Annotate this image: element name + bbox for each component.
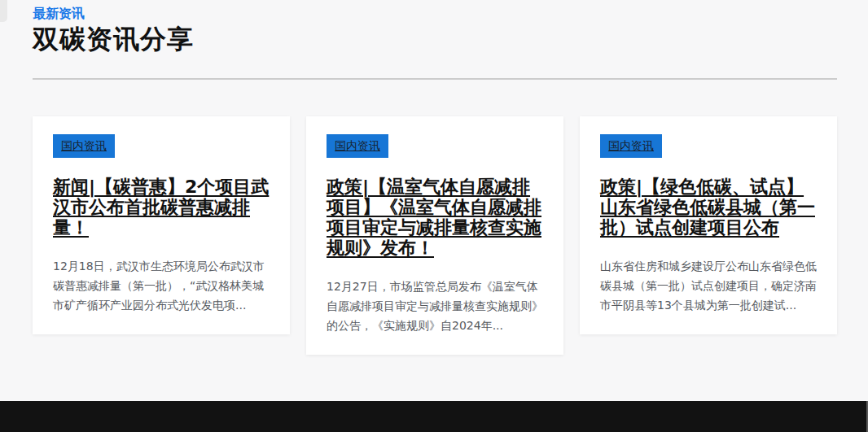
footer-bar [0,401,868,432]
article-title-link[interactable]: 新闻|【碳普惠】2个项目武汉市公布首批碳普惠减排量！ [53,177,270,238]
section-header: 最新资讯 双碳资讯分享 [33,6,837,53]
section-eyebrow: 最新资讯 [33,6,837,21]
article-excerpt: 12月18日，武汉市生态环境局公布武汉市碳普惠减排量（第一批），“武汉格林美城市… [53,256,270,315]
article-excerpt: 山东省住房和城乡建设厅公布山东省绿色低碳县城（第一批）试点创建项目，确定济南市平… [600,256,817,315]
corner-scroll-artifact [0,0,7,22]
article-title-link[interactable]: 政策|【温室气体自愿减排项目】《温室气体自愿减排项目审定与减排量核查实施规则》发… [327,177,543,258]
news-card-list: 国内资讯 新闻|【碳普惠】2个项目武汉市公布首批碳普惠减排量！ 12月18日，武… [33,116,837,355]
news-section: 最新资讯 双碳资讯分享 国内资讯 新闻|【碳普惠】2个项目武汉市公布首批碳普惠减… [0,0,868,355]
news-card: 国内资讯 新闻|【碳普惠】2个项目武汉市公布首批碳普惠减排量！ 12月18日，武… [33,116,290,334]
article-title-link[interactable]: 政策|【绿色低碳、试点】山东省绿色低碳县城（第一批）试点创建项目公布 [600,177,817,238]
news-card: 国内资讯 政策|【温室气体自愿减排项目】《温室气体自愿减排项目审定与减排量核查实… [306,116,563,355]
section-divider [33,78,837,80]
category-badge[interactable]: 国内资讯 [600,134,662,158]
news-card: 国内资讯 政策|【绿色低碳、试点】山东省绿色低碳县城（第一批）试点创建项目公布 … [580,116,837,334]
category-badge[interactable]: 国内资讯 [327,134,388,158]
page-title: 双碳资讯分享 [33,25,837,53]
category-badge[interactable]: 国内资讯 [53,134,115,158]
article-excerpt: 12月27日，市场监管总局发布《温室气体自愿减排项目审定与减排量核查实施规则》的… [327,277,543,335]
